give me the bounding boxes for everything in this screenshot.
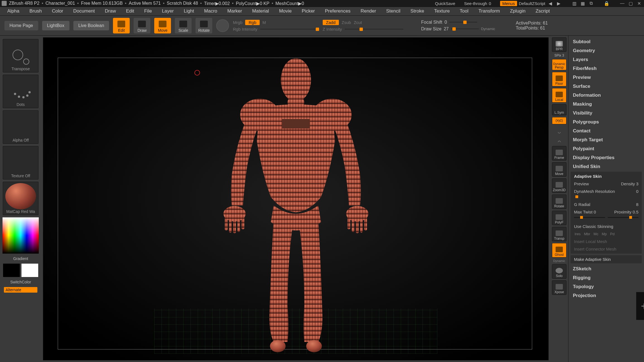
proximity-slider[interactable] [608,217,639,218]
menu-marker[interactable]: Marker [223,8,246,14]
mrgb-button[interactable]: Mrgb [233,20,242,25]
menu-stencil[interactable]: Stencil [382,8,404,14]
section-visibility[interactable]: Visibility [568,109,644,118]
focal-shift-slider[interactable] [449,22,477,23]
draw-size-value[interactable]: 27 [444,26,449,31]
rgb-button[interactable]: Rgb [245,20,260,25]
material-box[interactable]: MatCap Red Wa [3,182,38,215]
switchcolor-button[interactable]: SwitchColor [10,279,31,285]
adaptiveskin-title[interactable]: Adaptive Skin [574,174,638,179]
close-icon[interactable]: ✕ [636,1,642,6]
frame-button[interactable]: Frame [552,146,566,161]
move-mode-button[interactable]: Move [154,18,171,33]
section-projection[interactable]: Projection [568,291,644,300]
edit-mode-button[interactable]: Edit [113,18,130,33]
tray3-icon[interactable]: ⧉ [588,1,594,6]
maxtwist-value[interactable]: 0 [594,210,596,214]
dots-box[interactable]: Dots [3,75,38,108]
scale-mode-button[interactable]: Scale [175,18,192,33]
arc2-icon[interactable]: ◠ [552,136,566,144]
zadd-button[interactable]: Zadd [323,20,339,25]
section-unifiedskin[interactable]: Unified Skin [568,162,644,171]
texture-box[interactable]: Texture Off [3,146,38,179]
floor-button[interactable]: Floor [552,72,566,86]
polyf-button[interactable]: PolyF [552,211,566,225]
dynamic-label[interactable]: Dynamic [481,27,495,31]
zoom3d-button[interactable]: Zoom3D [552,178,566,193]
menu-alpha[interactable]: Alpha [3,8,23,14]
section-topology[interactable]: Topology [568,282,644,291]
insert-local-button[interactable]: Insert Local Mesh [574,239,638,244]
draw-size-slider[interactable] [451,28,479,29]
gradial-value[interactable]: 8 [636,202,638,207]
section-subtool[interactable]: Subtool [568,37,644,46]
section-polygroups[interactable]: Polygroups [568,118,644,127]
zcut-button[interactable]: Zcut [354,20,362,25]
menu-brush[interactable]: Brush [25,8,45,14]
menu-material[interactable]: Material [248,8,273,14]
maxtwist-slider[interactable] [574,217,605,218]
dynamic-persp-button[interactable]: DynamicPersp [552,59,566,70]
menus-button[interactable]: Menus [500,1,517,6]
section-surface[interactable]: Surface [568,82,644,91]
section-contact[interactable]: Contact [568,127,644,135]
lock-icon[interactable]: 🔒 [603,1,610,6]
tray1-icon[interactable]: ▥ [571,1,578,6]
xyz-button[interactable]: (xyz) [552,117,566,124]
density-value[interactable]: 3 [636,181,638,186]
defaultzscript-button[interactable]: DefaultZScript [519,1,545,6]
mc-button[interactable]: Mc [593,232,599,236]
section-fibermesh[interactable]: FiberMesh [568,64,644,73]
menu-edit[interactable]: Edit [122,8,138,14]
menu-zscript[interactable]: Zscript [532,8,554,14]
tray2-icon[interactable]: ▦ [579,1,586,6]
transp-button[interactable]: Transp [552,227,566,241]
quicksave-button[interactable]: QuickSave [435,1,455,6]
dynares-value[interactable]: 0 [636,189,638,194]
seethrough-value[interactable]: 0 [489,1,491,6]
expand-tray-button[interactable]: + [636,292,644,320]
section-masking[interactable]: Masking [568,100,644,109]
arc1-icon[interactable]: ◡ [552,126,566,134]
bpr-button[interactable]: BPR [552,37,566,52]
m-button[interactable]: M [262,20,266,25]
transpose-box[interactable]: Transpose [3,39,38,72]
zsub-button[interactable]: Zsub [342,20,351,25]
mp-button[interactable]: Mp [601,232,607,236]
menu-light[interactable]: Light [180,8,198,14]
draw-mode-button[interactable]: Draw [134,18,150,33]
menu-draw[interactable]: Draw [101,8,120,14]
alternate-button[interactable]: Alternate [4,287,37,293]
rotate-mode-button[interactable]: Rotate [196,18,212,33]
focal-shift-value[interactable]: 0 [445,20,447,25]
pd-button[interactable]: Pd [609,232,615,236]
menu-movie[interactable]: Movie [275,8,295,14]
swatch-secondary[interactable] [21,264,38,277]
live-boolean-button[interactable]: Live Boolean [73,21,109,30]
menu-tool[interactable]: Tool [456,8,472,14]
next-icon[interactable]: ▶ [555,1,562,6]
insert-connector-button[interactable]: Insert Connector Mesh [574,247,638,251]
z-intensity-slider[interactable] [345,29,403,30]
ghost-button[interactable]: Ghost [552,243,566,257]
make-adaptive-skin-button[interactable]: Make Adaptive Skin [571,255,642,263]
color-picker[interactable] [3,217,39,254]
menu-file[interactable]: File [140,8,156,14]
lsym-button[interactable]: L.Sym [552,104,566,115]
lightbox-button[interactable]: LightBox [42,21,69,30]
spix-label[interactable]: SPix 3 [554,54,564,57]
xpose-button[interactable]: Xpose [552,280,566,295]
move-button[interactable]: Move [552,162,566,177]
section-polypaint[interactable]: Polypaint [568,144,644,153]
menu-stroke[interactable]: Stroke [406,8,428,14]
section-zsketch[interactable]: ZSketch [568,264,644,273]
classic-skin-label[interactable]: Use Classic Skinning [574,224,638,229]
mbr-button[interactable]: Mbr [583,232,591,236]
section-displayprops[interactable]: Display Properties [568,153,644,162]
minimize-icon[interactable]: — [619,1,626,6]
maximize-icon[interactable]: ▢ [627,1,634,6]
section-morphtarget[interactable]: Morph Target [568,135,644,144]
solo-button[interactable]: Solo [552,264,566,279]
section-preview[interactable]: Preview [568,73,644,82]
rgb-intensity-slider[interactable] [260,29,319,30]
